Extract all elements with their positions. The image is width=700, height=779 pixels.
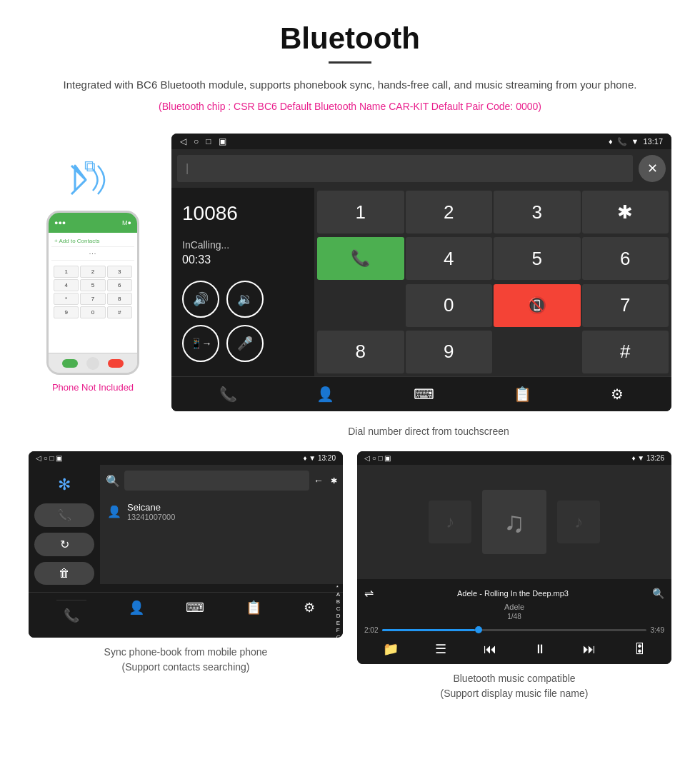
ms-artist: Adele [364, 603, 664, 611]
phone-home-btn [86, 357, 99, 370]
dial-timer: 00:33 [182, 253, 304, 266]
ms-eq-icon[interactable]: 🎛 [633, 642, 646, 657]
location-icon: ♦ [609, 137, 613, 146]
dial-controls: 🔊 🔉 📱→ 🎤 [182, 281, 304, 362]
settings-nav-icon[interactable]: ⚙ [611, 386, 624, 403]
pb-bottom-nav: 📞 👤 ⌨ 📋 ⚙ [29, 592, 343, 638]
ms-nav-icons: ◁ ○ □ ▣ [364, 454, 391, 462]
transfer-nav-icon[interactable]: 📋 [514, 386, 531, 403]
key-2[interactable]: 2 [406, 191, 493, 233]
status-right: ♦ 📞 ▼ 13:17 [609, 137, 663, 146]
recents-nav-icon: □ [206, 136, 211, 146]
pb-main: 🔍 ← ✱ 👤 Seicane 13241007000 [100, 465, 343, 584]
phone-key-7: 7 [80, 293, 105, 305]
number-display: | [177, 155, 633, 182]
wifi-icon: ▼ [631, 137, 639, 146]
key-0[interactable]: 0 [406, 284, 493, 327]
dial-left-panel: 10086 InCalling... 00:33 🔊 🔉 📱→ 🎤 [171, 188, 314, 376]
pb-time: 13:20 [318, 454, 336, 462]
volume-down-button[interactable]: 🔉 [226, 281, 264, 318]
phonebook-item: ◁ ○ □ ▣ ♦ ▼ 13:20 ✻ 📞 ↻ 🗑 🔍 [29, 451, 343, 701]
asterisk-label: ✱ [328, 476, 337, 486]
ms-playlist-icon[interactable]: ☰ [435, 641, 446, 657]
dial-keypad: 1 2 3 ✱ 📞 4 5 6 0 📵 7 8 9 # [314, 188, 671, 376]
key-8[interactable]: 8 [317, 331, 404, 373]
status-time: 13:17 [643, 137, 663, 146]
pb-search-icon: 🔍 [106, 474, 120, 488]
ms-time-total: 3:49 [651, 626, 664, 634]
pb-call-log-icon[interactable]: 📞 [56, 600, 86, 630]
pb-settings-icon[interactable]: ⚙ [304, 600, 315, 630]
phone-key-2: 2 [80, 266, 105, 278]
ms-prev-button[interactable]: ⏮ [484, 642, 496, 657]
pb-back-btn[interactable]: ← [314, 475, 324, 486]
key-6[interactable]: 6 [582, 237, 669, 280]
call-log-nav-icon[interactable]: 📞 [219, 386, 237, 403]
key-9[interactable]: 9 [406, 331, 493, 373]
pb-phone-btn[interactable]: 📞 [34, 503, 94, 527]
pb-keypad-icon[interactable]: ⌨ [186, 600, 204, 630]
mic-button[interactable]: 🎤 [226, 325, 264, 362]
key-star[interactable]: ✱ [582, 191, 669, 233]
ms-current-album: ♫ [482, 490, 546, 554]
phone-key-5: 5 [80, 279, 105, 291]
key-hash[interactable]: # [582, 331, 669, 373]
key-5[interactable]: 5 [494, 237, 581, 280]
phonebook-screen: ◁ ○ □ ▣ ♦ ▼ 13:20 ✻ 📞 ↻ 🗑 🔍 [29, 451, 343, 638]
ms-search-icon[interactable]: 🔍 [652, 588, 664, 599]
phone-key-9: 9 [54, 306, 79, 318]
notification-icon: ▣ [219, 136, 226, 146]
pb-transfer-icon[interactable]: 📋 [246, 600, 261, 630]
ms-progress-track[interactable] [382, 629, 646, 631]
key-7[interactable]: 7 [582, 284, 669, 327]
ms-next-button[interactable]: ⏭ [583, 642, 596, 657]
phone-call-btn [62, 359, 78, 368]
phone-key-star: * [54, 293, 79, 305]
phone-key-3: 3 [107, 266, 132, 278]
dial-status-bar: ◁ ○ □ ▣ ♦ 📞 ▼ 13:17 [171, 134, 671, 149]
pb-status-bar: ◁ ○ □ ▣ ♦ ▼ 13:20 [29, 451, 343, 465]
ms-next-album: ♪ [557, 501, 600, 543]
pb-sync-btn[interactable]: ↻ [34, 533, 94, 556]
phone-signal-icon: 📞 [617, 137, 627, 146]
phone-key-0: 0 [80, 306, 105, 318]
pb-nav-icons: ◁ ○ □ ▣ [36, 454, 62, 462]
pb-search-input[interactable] [124, 471, 309, 491]
pb-contacts-icon[interactable]: 👤 [129, 600, 144, 630]
key-1[interactable]: 1 [317, 191, 404, 233]
phone-key-4: 4 [54, 279, 79, 291]
pb-content: ✻ 📞 ↻ 🗑 🔍 ← ✱ 👤 [29, 465, 343, 592]
ms-track-num: 1/48 [364, 613, 664, 620]
keypad-nav-icon[interactable]: ⌨ [414, 386, 434, 403]
pb-alphabet: * A B C D E F G H I [336, 584, 343, 638]
backspace-button[interactable]: ✕ [639, 155, 666, 182]
key-4[interactable]: 4 [406, 237, 493, 280]
main-section: ⧉ ●●● M● + Add to Contacts ··· 1 2 [0, 134, 700, 411]
status-left: ◁ ○ □ ▣ [180, 136, 226, 146]
pb-contact-item[interactable]: 👤 Seicane 13241007000 [100, 496, 343, 527]
page-title: Bluetooth [29, 21, 671, 56]
dial-screen: ◁ ○ □ ▣ ♦ 📞 ▼ 13:17 | ✕ 10086 [171, 134, 671, 411]
phone-not-included-label: Phone Not Included [52, 382, 134, 393]
pb-delete-btn[interactable]: 🗑 [34, 562, 94, 585]
ms-folder-icon[interactable]: 📁 [383, 641, 399, 657]
dial-caption: Dial number direct from touchscreen [157, 418, 700, 444]
end-call-button[interactable]: 📵 [494, 284, 581, 327]
page-header: Bluetooth Integrated with BC6 Bluetooth … [0, 0, 700, 134]
dial-main: 10086 InCalling... 00:33 🔊 🔉 📱→ 🎤 1 2 3 … [171, 188, 671, 376]
pb-bluetooth-icon: ✻ [34, 472, 94, 498]
bluetooth-specs: (Bluetooth chip : CSR BC6 Default Blueto… [29, 101, 671, 112]
phone-add-contact: + Add to Contacts [51, 236, 134, 247]
ms-album-area: ♪ ♫ ♪ [357, 465, 671, 579]
ms-time-current: 2:02 [364, 626, 378, 634]
phone-key-1: 1 [54, 266, 79, 278]
phone-key-hash: # [107, 306, 132, 318]
bluetooth-signal-area: ⧉ [57, 155, 129, 205]
call-button[interactable]: 📞 [317, 237, 404, 280]
contacts-nav-icon[interactable]: 👤 [316, 386, 334, 403]
ms-play-pause-button[interactable]: ⏸ [534, 642, 546, 657]
transfer-button[interactable]: 📱→ [182, 325, 219, 362]
volume-up-button[interactable]: 🔊 [182, 281, 219, 318]
key-3[interactable]: 3 [494, 191, 581, 233]
music-caption: Bluetooth music compatible (Support disp… [441, 671, 589, 701]
